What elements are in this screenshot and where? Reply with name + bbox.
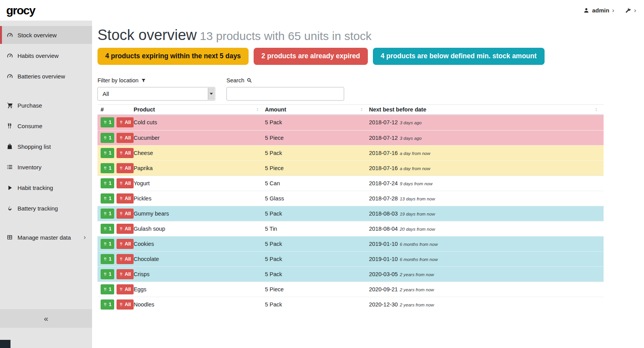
sort-icon[interactable] [594, 107, 599, 112]
consume-all-button[interactable]: All [117, 117, 134, 127]
consume-all-button[interactable]: All [117, 178, 134, 188]
location-filter-label-text: Filter by location [97, 77, 139, 84]
consume-all-button[interactable]: All [117, 209, 134, 219]
sort-icon[interactable] [359, 107, 364, 112]
sidebar-divider [0, 220, 92, 228]
sidebar-item-label: Consume [17, 123, 42, 129]
consume-all-button[interactable]: All [117, 163, 134, 173]
row-actions: 1 All [97, 284, 134, 294]
consume-all-button[interactable]: All [117, 269, 134, 279]
consume-all-button[interactable]: All [117, 254, 134, 264]
consume-all-button[interactable]: All [117, 193, 134, 204]
tachometer-icon [6, 52, 13, 59]
consume-one-label: 1 [109, 271, 111, 277]
sidebar-item-label: Stock overview [17, 32, 57, 38]
select-dropdown-button[interactable] [208, 88, 214, 100]
consume-one-button[interactable]: 1 [101, 178, 114, 188]
sidebar-collapse-button[interactable]: « [0, 309, 92, 328]
consume-one-button[interactable]: 1 [101, 148, 114, 158]
location-select[interactable]: All [97, 87, 215, 101]
consume-one-label: 1 [109, 150, 111, 156]
sidebar-item-label: Shopping list [17, 143, 51, 150]
column-header-amount[interactable]: Amount [265, 106, 369, 113]
utensils-icon [103, 272, 107, 276]
best-before-cell: 2018-07-249 days from now [369, 180, 604, 186]
consume-one-button[interactable]: 1 [101, 193, 114, 204]
row-actions: 1 All [97, 133, 134, 143]
user-menu[interactable]: admin › [583, 7, 614, 14]
sort-icon[interactable] [255, 107, 260, 112]
tachometer-icon [6, 32, 13, 38]
page-title-text: Stock overview [97, 27, 197, 43]
consume-one-label: 1 [109, 302, 111, 307]
consume-one-button[interactable]: 1 [101, 117, 114, 127]
utensils-icon [119, 212, 123, 216]
consume-all-label: All [125, 302, 131, 307]
consume-all-label: All [125, 256, 131, 262]
consume-one-button[interactable]: 1 [101, 133, 114, 143]
consume-all-label: All [125, 120, 131, 125]
sidebar-item-habits-overview[interactable]: Habits overview [0, 47, 92, 64]
consume-one-button[interactable]: 1 [101, 224, 114, 234]
expired-products-badge[interactable]: 2 products are already expired [254, 48, 368, 65]
consume-all-button[interactable]: All [117, 299, 134, 310]
search-input[interactable] [226, 87, 344, 101]
table-icon [6, 234, 13, 240]
best-before-timeago: 20 days from now [400, 227, 435, 231]
page-title: Stock overview13 products with 65 units … [97, 27, 604, 44]
best-before-cell: 2018-07-16a day from now [369, 165, 604, 171]
settings-menu[interactable]: › [625, 7, 636, 14]
sidebar-item-batteries-overview[interactable]: Batteries overview [0, 67, 92, 85]
table-row: 1 All Pickles 5 Glass 2018-07-2813 days … [97, 191, 604, 206]
column-header-product[interactable]: Product [134, 106, 265, 113]
app-logo: grocy [6, 4, 35, 17]
product-amount: 5 Piece [265, 135, 369, 141]
best-before-timeago: 19 days from now [400, 212, 435, 216]
flame-icon [6, 205, 13, 211]
sidebar-item-manage-master-data[interactable]: Manage master data › [0, 228, 92, 246]
consume-one-button[interactable]: 1 [101, 254, 114, 264]
product-amount: 5 Can [265, 180, 369, 186]
table-row: 1 All Cold cuts 5 Pack 2018-07-123 days … [97, 115, 604, 130]
best-before-date: 2018-07-28 [369, 195, 398, 202]
sidebar-item-purchase[interactable]: Purchase [0, 96, 92, 114]
product-name: Cold cuts [134, 119, 265, 125]
expiring-products-badge[interactable]: 4 products expiring within the next 5 da… [97, 48, 249, 65]
consume-all-label: All [125, 241, 131, 247]
chevron-right-icon: › [84, 233, 86, 241]
column-header-best-before[interactable]: Next best before date [369, 106, 604, 113]
consume-one-button[interactable]: 1 [101, 209, 114, 219]
product-name: Cookies [134, 241, 265, 247]
best-before-date: 2020-09-21 [369, 286, 398, 292]
sidebar-item-habit-tracking[interactable]: Habit tracking [0, 179, 92, 197]
consume-all-button[interactable]: All [117, 224, 134, 234]
consume-all-button[interactable]: All [117, 239, 134, 249]
consume-one-button[interactable]: 1 [101, 269, 114, 279]
best-before-cell: 2018-07-2813 days from now [369, 195, 604, 202]
consume-all-button[interactable]: All [117, 133, 134, 143]
sidebar-item-battery-tracking[interactable]: Battery tracking [0, 199, 92, 217]
consume-one-button[interactable]: 1 [101, 163, 114, 173]
consume-one-button[interactable]: 1 [101, 239, 114, 249]
utensils-icon [103, 287, 107, 291]
utensils-icon [119, 151, 123, 155]
sidebar-item-stock-overview[interactable]: Stock overview [0, 26, 92, 44]
sidebar-item-consume[interactable]: Consume [0, 117, 92, 135]
consume-one-button[interactable]: 1 [101, 284, 114, 294]
sidebar-item-inventory[interactable]: Inventory [0, 158, 92, 176]
consume-one-button[interactable]: 1 [101, 299, 114, 310]
status-badges: 4 products expiring within the next 5 da… [97, 48, 604, 65]
utensils-icon [103, 197, 107, 200]
consume-all-label: All [125, 181, 131, 186]
play-icon [6, 185, 13, 191]
best-before-date: 2020-03-05 [369, 271, 398, 277]
below-min-stock-badge[interactable]: 4 products are below defined min. stock … [373, 48, 545, 65]
table-row: 1 All Chocolate 5 Pack 2019-01-106 month… [97, 251, 604, 266]
consume-all-button[interactable]: All [117, 284, 134, 294]
consume-one-label: 1 [109, 120, 111, 125]
consume-all-label: All [125, 196, 131, 201]
consume-all-button[interactable]: All [117, 148, 134, 158]
sidebar-item-shopping-list[interactable]: Shopping list [0, 137, 92, 155]
utensils-icon [119, 181, 123, 185]
consume-one-label: 1 [109, 165, 111, 171]
